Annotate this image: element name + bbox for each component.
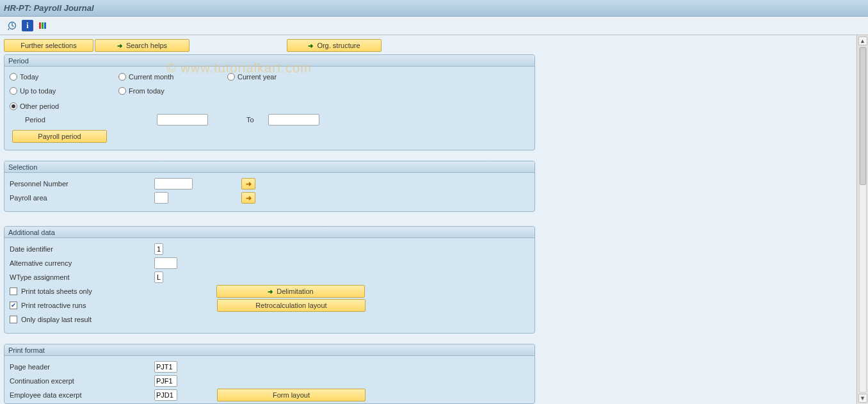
- radio-today[interactable]: Today: [10, 73, 38, 81]
- radio-current-month[interactable]: Current month: [118, 73, 173, 81]
- date-identifier-input[interactable]: [154, 243, 163, 255]
- date-identifier-label: Date identifier: [10, 245, 154, 253]
- radio-from-today-label: From today: [129, 87, 165, 95]
- page-header-label: Page header: [10, 363, 154, 371]
- arrow-right-icon: ➜: [268, 288, 273, 295]
- wtype-input[interactable]: [154, 271, 163, 283]
- form-layout-button[interactable]: Form layout: [217, 389, 366, 401]
- form-layout-label: Form layout: [273, 391, 310, 399]
- radio-other-period[interactable]: Other period: [10, 102, 59, 110]
- variant-icon[interactable]: [37, 20, 49, 31]
- payroll-area-input[interactable]: [154, 192, 168, 204]
- print-totals-label: Print totals sheets only: [21, 287, 92, 295]
- personnel-number-multiselect-button[interactable]: ➜: [241, 178, 255, 190]
- delimitation-label: Delimitation: [277, 287, 313, 295]
- search-helps-button[interactable]: ➜ Search helps: [95, 39, 189, 52]
- group-additional-body: Date identifier Alternative currency WTy…: [4, 238, 534, 333]
- scroll-up-icon[interactable]: ▲: [858, 36, 867, 45]
- execute-icon[interactable]: [6, 20, 18, 31]
- svg-rect-1: [39, 22, 41, 29]
- app-frame: HR-PT: Payroll Journal i © www.tutorialk…: [0, 0, 868, 404]
- employee-excerpt-input[interactable]: [154, 389, 177, 401]
- radio-current-month-label: Current month: [129, 73, 173, 81]
- search-helps-label: Search helps: [126, 42, 167, 49]
- radio-today-label: Today: [20, 73, 38, 81]
- radio-up-to-today-label: Up to today: [20, 87, 56, 95]
- group-period-header: Period: [4, 55, 534, 67]
- retrocalc-layout-button[interactable]: Retrocalculation layout: [217, 299, 366, 312]
- top-button-row: Further selections ➜ Search helps ➜ Org.…: [4, 39, 854, 52]
- svg-rect-2: [42, 22, 44, 29]
- personnel-number-label: Personnel Number: [10, 180, 154, 188]
- print-retro-checkbox[interactable]: ✔Print retroactive runs: [10, 302, 86, 309]
- continuation-label: Continuation excerpt: [10, 377, 154, 385]
- scroll-down-icon[interactable]: ▼: [858, 394, 867, 403]
- alt-currency-input[interactable]: [154, 257, 177, 269]
- group-selection-body: Personnel Number ➜ Payroll area ➜: [4, 173, 534, 211]
- radio-from-today[interactable]: From today: [118, 87, 165, 95]
- payroll-period-label: Payroll period: [38, 133, 81, 140]
- org-structure-label: Org. structure: [317, 42, 360, 49]
- employee-excerpt-label: Employee data excerpt: [10, 391, 154, 399]
- svg-rect-3: [44, 22, 46, 29]
- group-additional-header: Additional data: [4, 227, 534, 238]
- arrow-right-icon: ➜: [117, 42, 122, 49]
- period-from-input[interactable]: [157, 114, 208, 125]
- payroll-area-label: Payroll area: [10, 194, 154, 202]
- continuation-input[interactable]: [154, 375, 177, 387]
- group-additional: Additional data Date identifier Alternat…: [4, 226, 535, 334]
- page-header-input[interactable]: [154, 361, 177, 373]
- wtype-label: WType assignment: [10, 273, 154, 281]
- only-last-result-label: Only display last result: [21, 316, 92, 323]
- further-selections-label: Further selections: [20, 42, 76, 49]
- retrocalc-layout-label: Retrocalculation layout: [255, 302, 326, 309]
- personnel-number-input[interactable]: [154, 178, 193, 190]
- org-structure-button[interactable]: ➜ Org. structure: [287, 39, 382, 52]
- group-period-body: Today Current month Current year Up to t…: [4, 67, 534, 150]
- print-retro-label: Print retroactive runs: [21, 302, 86, 309]
- group-selection: Selection Personnel Number ➜ Payroll are…: [4, 161, 535, 212]
- title-bar: HR-PT: Payroll Journal: [0, 0, 868, 17]
- period-label: Period: [25, 116, 157, 124]
- arrow-right-icon: ➜: [308, 42, 313, 49]
- payroll-area-multiselect-button[interactable]: ➜: [241, 192, 255, 204]
- print-totals-checkbox[interactable]: Print totals sheets only: [10, 287, 92, 295]
- vertical-scrollbar[interactable]: ▲ ▼: [856, 35, 868, 404]
- radio-other-period-label: Other period: [20, 102, 59, 110]
- scroll-track[interactable]: [859, 47, 867, 392]
- page-title: HR-PT: Payroll Journal: [4, 3, 94, 13]
- alt-currency-label: Alternative currency: [10, 259, 154, 267]
- group-selection-header: Selection: [4, 161, 534, 173]
- period-to-input[interactable]: [268, 114, 319, 125]
- toolbar: i: [0, 17, 868, 36]
- payroll-period-button[interactable]: Payroll period: [12, 130, 107, 143]
- info-icon[interactable]: i: [22, 20, 33, 31]
- period-to-label: To: [246, 116, 268, 124]
- further-selections-button[interactable]: Further selections: [4, 39, 93, 52]
- radio-current-year[interactable]: Current year: [227, 73, 277, 81]
- content-pane: © www.tutorialkart.com Further selection…: [0, 35, 856, 404]
- scroll-thumb[interactable]: [860, 47, 866, 185]
- delimitation-button[interactable]: ➜ Delimitation: [216, 285, 365, 298]
- content-row: © www.tutorialkart.com Further selection…: [0, 35, 868, 404]
- group-period: Period Today Current month Current year: [4, 54, 535, 150]
- radio-up-to-today[interactable]: Up to today: [10, 87, 56, 95]
- group-print-format: Print format Page header Continuation ex…: [4, 344, 535, 404]
- radio-current-year-label: Current year: [237, 73, 277, 81]
- only-last-result-checkbox[interactable]: Only display last result: [10, 316, 92, 323]
- group-print-format-body: Page header Continuation excerpt Employe…: [4, 356, 534, 403]
- group-print-format-header: Print format: [4, 344, 534, 356]
